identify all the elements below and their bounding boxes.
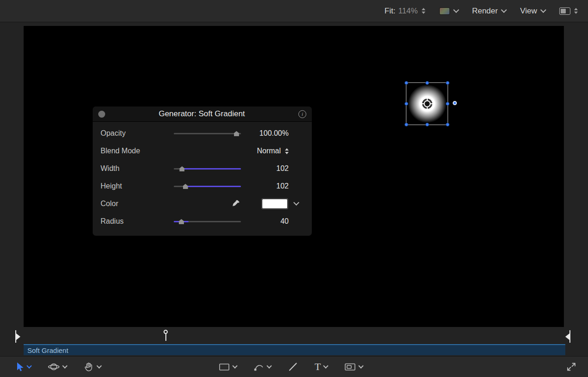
slider-thumb[interactable] <box>183 184 188 189</box>
width-value[interactable]: 102 <box>243 164 312 173</box>
width-label: Width <box>101 164 174 173</box>
popup-stepper-icon <box>285 148 289 154</box>
radius-value[interactable]: 40 <box>243 217 312 226</box>
bottom-toolbar: T <box>0 356 588 377</box>
chevron-down-icon[interactable] <box>359 363 364 368</box>
hud-title: Generator: Soft Gradient <box>105 109 298 119</box>
selection-handle[interactable] <box>425 123 429 126</box>
zoom-control[interactable]: Fit: 114% <box>385 6 425 16</box>
blend-mode-popup[interactable]: Normal <box>243 147 312 155</box>
blend-mode-row: Blend Mode Normal <box>93 142 312 160</box>
color-row: Color <box>93 195 312 213</box>
playhead-handle-icon[interactable] <box>164 330 168 334</box>
select-transform-tool[interactable] <box>15 362 31 372</box>
hud-panel[interactable]: Generator: Soft Gradient i Opacity 100.0… <box>93 107 312 236</box>
opacity-row: Opacity 100.00% <box>93 125 312 142</box>
orbit-sphere-icon[interactable] <box>48 362 60 372</box>
expand-arrows-icon[interactable] <box>566 361 577 372</box>
chevron-down-icon[interactable] <box>266 363 272 368</box>
chevron-down-icon[interactable] <box>26 363 32 368</box>
window-layout-control[interactable] <box>559 7 578 15</box>
height-slider[interactable] <box>174 182 241 190</box>
slider-thumb[interactable] <box>179 219 184 224</box>
selection-bounding-box[interactable] <box>406 82 448 125</box>
opacity-value[interactable]: 100.00% <box>243 129 312 138</box>
top-toolbar: Fit: 114% Render View <box>0 0 588 22</box>
arrow-cursor-icon[interactable] <box>15 362 24 372</box>
hud-titlebar[interactable]: Generator: Soft Gradient i <box>93 107 312 122</box>
info-icon[interactable]: i <box>298 110 306 118</box>
text-tool-icon[interactable]: T <box>315 362 321 372</box>
zoom-stepper-icon[interactable] <box>422 8 425 14</box>
timeline-layer-name: Soft Gradient <box>27 346 68 354</box>
color-display-swatch-icon[interactable] <box>439 7 450 15</box>
radius-row: Radius 40 <box>93 213 312 230</box>
radius-label: Radius <box>101 217 174 226</box>
mask-rectangle-icon[interactable] <box>344 362 356 371</box>
pan-tool[interactable] <box>83 362 101 372</box>
view-menu[interactable]: View <box>520 6 545 16</box>
selection-handle[interactable] <box>446 102 449 106</box>
chevron-down-icon[interactable] <box>232 363 237 368</box>
hud-body: Opacity 100.00% Blend Mode Normal Width <box>93 122 312 236</box>
view-label: View <box>520 6 537 16</box>
adjust-3d-tool[interactable] <box>48 362 67 372</box>
toolbar-expand-button[interactable] <box>566 361 577 372</box>
color-well[interactable] <box>262 199 288 209</box>
selection-handle[interactable] <box>405 123 408 126</box>
fit-label: Fit: <box>385 6 396 16</box>
mask-tool[interactable] <box>344 362 363 371</box>
chevron-down-icon <box>540 7 546 13</box>
rectangle-tool[interactable] <box>219 362 237 371</box>
playhead[interactable] <box>163 330 169 341</box>
selection-handle[interactable] <box>446 123 449 126</box>
slider-thumb[interactable] <box>179 166 184 171</box>
chevron-down-icon <box>501 7 507 13</box>
bezier-curve-icon[interactable] <box>253 362 264 372</box>
anchor-point-icon[interactable] <box>421 98 433 110</box>
eyedropper-icon[interactable] <box>231 199 240 208</box>
render-menu[interactable]: Render <box>472 6 506 16</box>
blend-mode-value[interactable]: Normal <box>257 147 281 155</box>
radius-slider[interactable] <box>174 218 241 225</box>
in-point-marker[interactable] <box>15 330 20 343</box>
height-label: Height <box>101 182 174 190</box>
color-display-menu[interactable] <box>439 7 458 15</box>
selection-rotation-handle[interactable] <box>453 101 457 105</box>
opacity-label: Opacity <box>101 129 174 138</box>
bezier-tool[interactable] <box>253 362 271 372</box>
height-value[interactable]: 102 <box>243 182 312 190</box>
color-control <box>243 199 312 209</box>
chevron-down-icon[interactable] <box>323 363 329 368</box>
text-tool[interactable]: T <box>315 362 328 372</box>
chevron-down-icon[interactable] <box>96 363 101 368</box>
chevron-down-icon[interactable] <box>293 200 299 206</box>
chevron-down-icon <box>453 7 459 13</box>
paint-stroke-tool[interactable] <box>288 362 298 372</box>
window-layout-stepper-icon[interactable] <box>574 8 578 14</box>
render-label: Render <box>472 6 498 16</box>
paint-stroke-icon[interactable] <box>288 362 298 372</box>
selection-handle[interactable] <box>425 81 429 85</box>
zoom-value[interactable]: 114% <box>398 6 417 16</box>
chevron-down-icon[interactable] <box>62 363 67 368</box>
opacity-slider[interactable] <box>174 130 241 137</box>
height-row: Height 102 <box>93 177 312 195</box>
out-point-marker[interactable] <box>565 330 570 343</box>
width-row: Width 102 <box>93 160 312 177</box>
color-label: Color <box>101 200 174 208</box>
blend-mode-label: Blend Mode <box>101 147 174 155</box>
width-slider[interactable] <box>174 165 241 172</box>
slider-thumb[interactable] <box>234 131 239 136</box>
selection-handle[interactable] <box>405 81 408 85</box>
window-layout-icon[interactable] <box>559 7 570 15</box>
timeline-layer-bar[interactable]: Soft Gradient <box>24 344 565 355</box>
selection-handle[interactable] <box>446 81 449 85</box>
hud-close-button[interactable] <box>98 111 105 118</box>
rectangle-icon[interactable] <box>219 362 230 371</box>
hand-icon[interactable] <box>83 362 94 372</box>
selection-handle[interactable] <box>405 102 408 106</box>
